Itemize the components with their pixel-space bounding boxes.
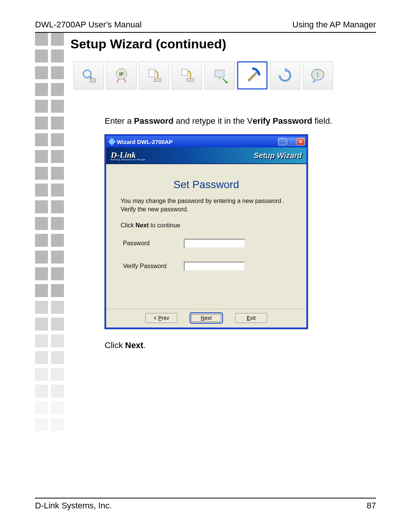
close-button[interactable]: × <box>296 138 305 145</box>
wizard-button-bar: < Prev Next Exit <box>106 309 306 328</box>
ip-settings-icon[interactable]: IP <box>106 61 137 89</box>
wizard-text-2: Verify the new password. <box>121 206 292 213</box>
exit-button[interactable]: Exit <box>235 313 267 323</box>
prev-button[interactable]: < Prev <box>145 313 177 323</box>
svg-text:i: i <box>317 71 319 78</box>
setup-wizard-icon[interactable] <box>237 61 268 89</box>
maximize-button[interactable]: □ <box>287 138 296 145</box>
wizard-banner: D-Link Building Networks for People Setu… <box>106 147 306 164</box>
header-left: DWL-2700AP User's Manual <box>35 20 142 30</box>
banner-title: Setup Wizard <box>254 151 302 160</box>
decorative-squares-col2 <box>51 33 64 431</box>
refresh-icon[interactable] <box>270 61 300 89</box>
manager-toolbar: IP i <box>73 61 376 89</box>
page-footer: D-Link Systems, Inc. 87 <box>35 498 376 511</box>
wizard-title: Wizard DWL-2700AP <box>117 139 173 145</box>
discover-icon[interactable] <box>73 61 104 89</box>
firmware-icon[interactable] <box>204 61 235 89</box>
minimize-button[interactable]: _ <box>278 138 287 145</box>
svg-rect-9 <box>215 70 224 77</box>
footer-page-number: 87 <box>367 501 376 511</box>
wizard-text-3: Click Next to continue <box>121 222 292 229</box>
verify-password-label: Verify Password <box>123 263 180 270</box>
svg-text:IP: IP <box>119 72 123 77</box>
wizard-titlebar[interactable]: Wizard DWL-2700AP _ □ × <box>106 136 306 147</box>
brand-tagline: Building Networks for People <box>111 158 145 161</box>
password-label: Password <box>123 240 180 247</box>
device-config-2-icon[interactable] <box>172 61 202 89</box>
next-button[interactable]: Next <box>190 313 222 323</box>
svg-rect-7 <box>182 69 188 75</box>
wizard-window: Wizard DWL-2700AP _ □ × D-Link Building … <box>105 134 308 329</box>
instruction-after-wizard: Click Next. <box>105 340 376 350</box>
svg-point-11 <box>225 81 228 83</box>
page-header: DWL-2700AP User's Manual Using the AP Ma… <box>35 20 376 33</box>
header-right: Using the AP Manager <box>292 20 376 30</box>
verify-password-input[interactable] <box>184 262 245 271</box>
svg-rect-2 <box>90 78 96 82</box>
svg-rect-5 <box>149 69 155 77</box>
device-config-1-icon[interactable] <box>139 61 169 89</box>
wizard-text-1: You may change the password by entering … <box>121 198 292 204</box>
page-title: Setup Wizard (continued) <box>70 37 376 51</box>
password-input[interactable] <box>184 239 245 248</box>
wizard-heading: Set Password <box>121 179 292 191</box>
svg-rect-6 <box>154 78 161 81</box>
svg-rect-8 <box>187 78 194 81</box>
wizard-app-icon <box>108 138 116 145</box>
svg-rect-10 <box>218 77 221 79</box>
about-icon[interactable]: i <box>303 61 333 89</box>
footer-company: D-Link Systems, Inc. <box>35 501 112 511</box>
instruction-before-wizard: Enter a Password and retype it in the Ve… <box>105 116 376 126</box>
